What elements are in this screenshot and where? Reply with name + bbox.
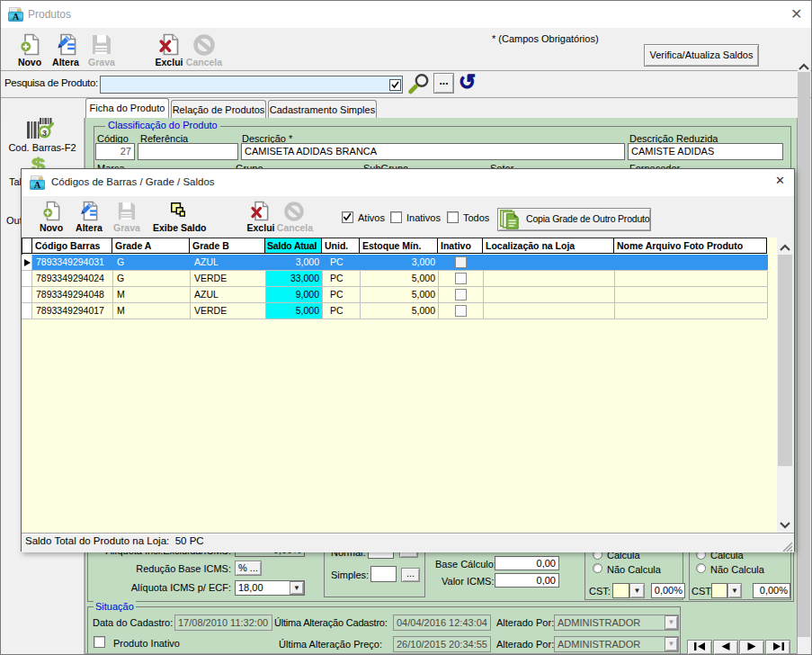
svg-text:A: A [13,12,20,22]
svg-text:A: A [34,180,41,190]
svg-text:3: 3 [42,128,47,138]
